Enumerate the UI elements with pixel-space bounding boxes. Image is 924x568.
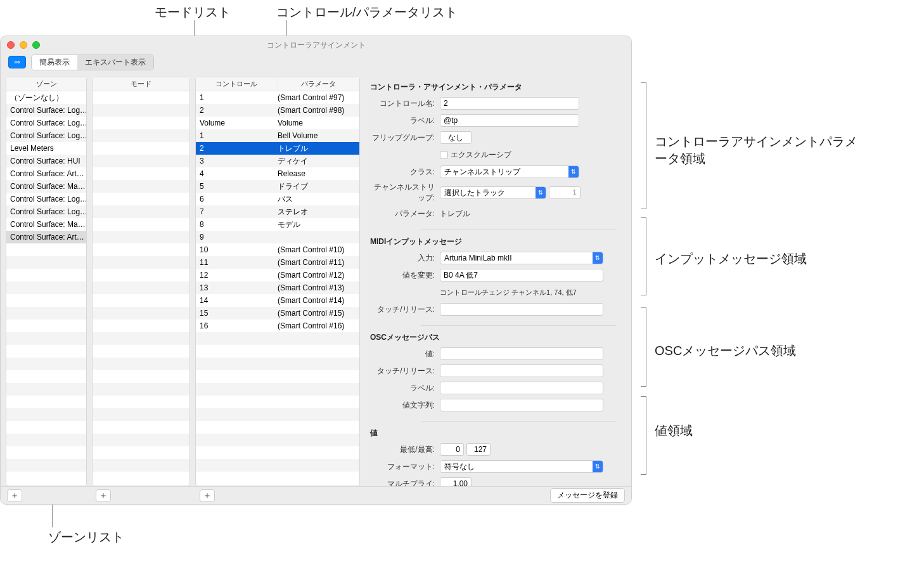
mode-row[interactable] bbox=[93, 91, 189, 104]
control-row[interactable]: VolumeVolume bbox=[196, 117, 359, 129]
zone-row[interactable] bbox=[6, 294, 86, 307]
link-button[interactable] bbox=[8, 56, 26, 68]
add-zone-button[interactable]: ＋ bbox=[7, 489, 22, 502]
mode-row[interactable] bbox=[93, 129, 189, 142]
mode-row[interactable] bbox=[93, 421, 189, 434]
add-mode-button[interactable]: ＋ bbox=[96, 489, 111, 502]
zone-row[interactable]: Control Surface: Log… bbox=[6, 193, 86, 205]
zone-row[interactable]: Control Surface: Ma… bbox=[6, 180, 86, 193]
zone-row[interactable] bbox=[6, 243, 86, 256]
mode-row[interactable] bbox=[93, 180, 189, 193]
channel-num-input[interactable] bbox=[549, 186, 581, 199]
mode-row[interactable] bbox=[93, 408, 189, 421]
expert-view-tab[interactable]: エキスパート表示 bbox=[77, 55, 153, 70]
zone-row[interactable]: Control Surface: Art… bbox=[6, 167, 86, 180]
mode-row[interactable] bbox=[93, 396, 189, 408]
control-row[interactable]: 1Bell Volume bbox=[196, 129, 359, 142]
mode-row[interactable] bbox=[93, 446, 189, 459]
class-select[interactable]: チャンネルストリップ ⇅ bbox=[440, 165, 579, 178]
mode-list[interactable]: モード bbox=[92, 77, 190, 486]
zone-row[interactable] bbox=[6, 307, 86, 320]
zone-row[interactable] bbox=[6, 370, 86, 383]
label-input[interactable] bbox=[440, 114, 579, 127]
multiply-input[interactable] bbox=[440, 477, 472, 486]
zone-row[interactable] bbox=[6, 269, 86, 281]
control-row[interactable] bbox=[196, 434, 359, 446]
easy-view-tab[interactable]: 簡易表示 bbox=[32, 55, 77, 70]
mode-row[interactable] bbox=[93, 205, 189, 218]
register-message-button[interactable]: メッセージを登録 bbox=[550, 488, 625, 503]
midi-input-select[interactable]: Arturia MiniLab mkII ⇅ bbox=[440, 252, 603, 264]
control-row[interactable]: 9 bbox=[196, 231, 359, 243]
control-row[interactable]: 12(Smart Control #12) bbox=[196, 269, 359, 281]
control-row[interactable]: 3ディケイ bbox=[196, 155, 359, 167]
zoom-button[interactable] bbox=[32, 41, 40, 49]
zone-row[interactable]: Control Surface: Ma… bbox=[6, 218, 86, 231]
mode-row[interactable] bbox=[93, 383, 189, 396]
zone-row[interactable]: Control Surface: Log… bbox=[6, 104, 86, 117]
mode-row[interactable] bbox=[93, 104, 189, 117]
exclusive-checkbox[interactable] bbox=[440, 151, 448, 159]
zone-row[interactable]: Level Meters bbox=[6, 142, 86, 155]
mode-row[interactable] bbox=[93, 358, 189, 370]
touch-release-input[interactable] bbox=[440, 303, 603, 316]
mode-row[interactable] bbox=[93, 345, 189, 358]
mode-row[interactable] bbox=[93, 434, 189, 446]
control-row[interactable]: 14(Smart Control #14) bbox=[196, 294, 359, 307]
mode-row[interactable] bbox=[93, 281, 189, 294]
zone-row[interactable]: Control Surface: Log… bbox=[6, 129, 86, 142]
mode-row[interactable] bbox=[93, 243, 189, 256]
mode-row[interactable] bbox=[93, 294, 189, 307]
control-row[interactable] bbox=[196, 370, 359, 383]
mode-row[interactable] bbox=[93, 256, 189, 269]
mode-row[interactable] bbox=[93, 142, 189, 155]
mode-row[interactable] bbox=[93, 155, 189, 167]
zone-row[interactable] bbox=[6, 256, 86, 269]
zone-row[interactable] bbox=[6, 332, 86, 345]
mode-row[interactable] bbox=[93, 307, 189, 320]
mode-row[interactable] bbox=[93, 459, 189, 472]
channel-strip-select[interactable]: 選択したトラック ⇅ bbox=[440, 186, 546, 199]
control-row[interactable] bbox=[196, 446, 359, 459]
control-row[interactable]: 5ドライブ bbox=[196, 180, 359, 193]
osc-label-input[interactable] bbox=[440, 382, 603, 394]
minimize-button[interactable] bbox=[20, 41, 27, 49]
control-row[interactable]: 7ステレオ bbox=[196, 205, 359, 218]
control-row[interactable]: 13(Smart Control #13) bbox=[196, 281, 359, 294]
zone-row[interactable]: （ゾーンなし） bbox=[6, 91, 86, 104]
zone-row[interactable] bbox=[6, 345, 86, 358]
control-name-input[interactable] bbox=[440, 97, 579, 110]
control-row[interactable]: 16(Smart Control #16) bbox=[196, 320, 359, 332]
control-row[interactable]: 8モデル bbox=[196, 218, 359, 231]
control-row[interactable] bbox=[196, 459, 359, 472]
zone-row[interactable] bbox=[6, 434, 86, 446]
osc-touch-input[interactable] bbox=[440, 365, 603, 377]
zone-row[interactable] bbox=[6, 408, 86, 421]
zone-row[interactable] bbox=[6, 320, 86, 332]
control-row[interactable]: 1(Smart Control #97) bbox=[196, 91, 359, 104]
flip-group-input[interactable] bbox=[440, 131, 472, 144]
change-value-input[interactable] bbox=[440, 269, 603, 281]
min-input[interactable] bbox=[440, 443, 464, 456]
mode-row[interactable] bbox=[93, 193, 189, 205]
mode-row[interactable] bbox=[93, 370, 189, 383]
osc-value-input[interactable] bbox=[440, 347, 603, 360]
control-row[interactable]: 2トレブル bbox=[196, 142, 359, 155]
zone-row[interactable] bbox=[6, 446, 86, 459]
control-parameter-list[interactable]: コントロール パラメータ 1(Smart Control #97)2(Smart… bbox=[195, 77, 360, 486]
control-row[interactable] bbox=[196, 358, 359, 370]
zone-row[interactable]: Control Surface: Art… bbox=[6, 231, 86, 243]
control-row[interactable] bbox=[196, 421, 359, 434]
zone-row[interactable] bbox=[6, 281, 86, 294]
control-row[interactable]: 2(Smart Control #98) bbox=[196, 104, 359, 117]
mode-row[interactable] bbox=[93, 117, 189, 129]
add-control-button[interactable]: ＋ bbox=[200, 489, 215, 502]
control-row[interactable]: 4Release bbox=[196, 167, 359, 180]
max-input[interactable] bbox=[466, 443, 491, 456]
zone-row[interactable] bbox=[6, 421, 86, 434]
zone-row[interactable]: Control Surface: Log… bbox=[6, 117, 86, 129]
zone-list[interactable]: ゾーン （ゾーンなし）Control Surface: Log…Control … bbox=[6, 77, 87, 486]
zone-row[interactable]: Control Surface: HUI bbox=[6, 155, 86, 167]
mode-row[interactable] bbox=[93, 332, 189, 345]
control-row[interactable] bbox=[196, 332, 359, 345]
